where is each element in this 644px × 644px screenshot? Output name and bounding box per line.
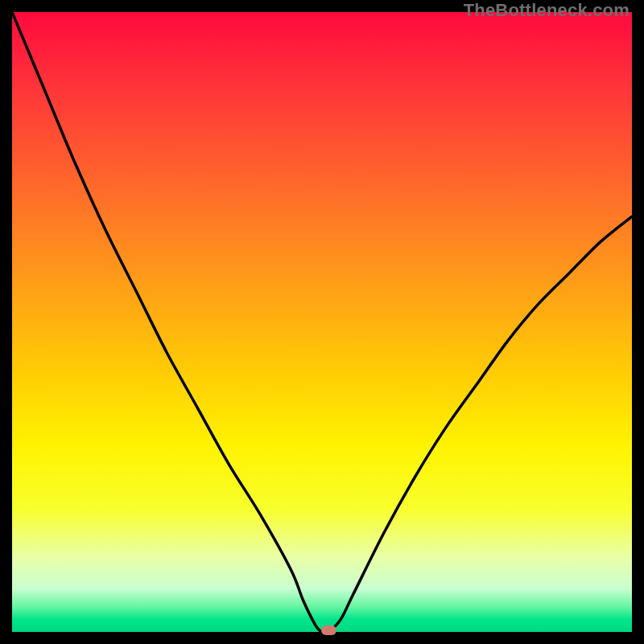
- attribution-text: TheBottleneck.com: [464, 0, 630, 21]
- chart-frame: TheBottleneck.com: [0, 0, 644, 644]
- optimum-marker: [321, 625, 336, 635]
- plot-area: [12, 12, 632, 632]
